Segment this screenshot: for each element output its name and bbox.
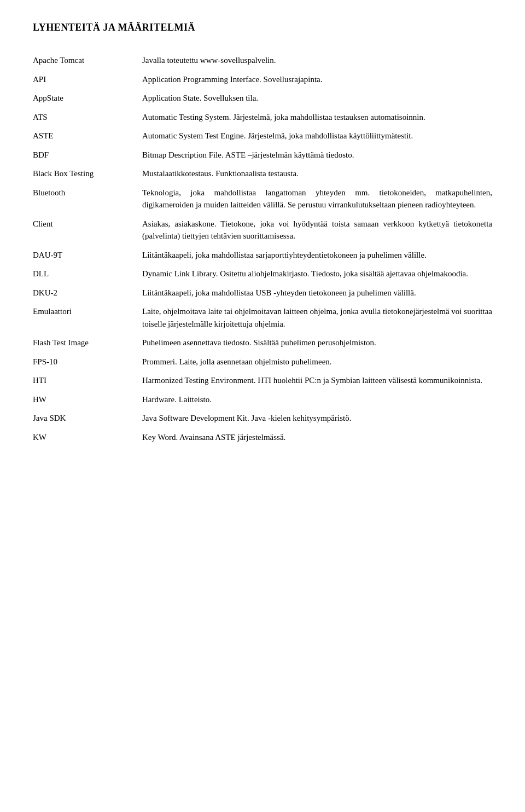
glossary-row: DLLDynamic Link Library. Ositettu aliohj…	[33, 264, 492, 283]
glossary-term: DKU-2	[33, 283, 142, 303]
glossary-definition: Harmonized Testing Environment. HTI huol…	[142, 371, 492, 390]
glossary-term: API	[33, 70, 142, 89]
glossary-row: APIApplication Programming Interface. So…	[33, 70, 492, 89]
glossary-row: AppStateApplication State. Sovelluksen t…	[33, 89, 492, 108]
glossary-term: DLL	[33, 264, 142, 283]
glossary-row: Flash Test ImagePuhelimeen asennettava t…	[33, 333, 492, 352]
glossary-row: HTIHarmonized Testing Environment. HTI h…	[33, 371, 492, 390]
glossary-definition: Key Word. Avainsana ASTE järjestelmässä.	[142, 428, 492, 447]
glossary-row: BluetoothTeknologia, joka mahdollistaa l…	[33, 183, 492, 214]
glossary-term: Client	[33, 214, 142, 246]
glossary-row: DAU-9TLiitäntäkaapeli, joka mahdollistaa…	[33, 246, 492, 265]
glossary-term: HTI	[33, 371, 142, 390]
glossary-definition: Javalla toteutettu www-sovelluspalvelin.	[142, 51, 492, 70]
glossary-table: Apache TomcatJavalla toteutettu www-sove…	[33, 51, 492, 446]
glossary-term: DAU-9T	[33, 246, 142, 265]
glossary-definition: Automatic System Test Engine. Järjestelm…	[142, 126, 492, 146]
glossary-row: HWHardware. Laitteisto.	[33, 390, 492, 409]
glossary-term: ATS	[33, 108, 142, 127]
glossary-term: KW	[33, 428, 142, 447]
page-title: LYHENTEITÄ JA MÄÄRITELMIÄ	[33, 22, 492, 33]
glossary-term: Emulaattori	[33, 302, 142, 333]
glossary-definition: Asiakas, asiakaskone. Tietokone, joka vo…	[142, 214, 492, 246]
glossary-definition: Automatic Testing System. Järjestelmä, j…	[142, 108, 492, 127]
glossary-term: ASTE	[33, 126, 142, 146]
glossary-definition: Dynamic Link Library. Ositettu aliohjelm…	[142, 264, 492, 283]
glossary-row: KWKey Word. Avainsana ASTE järjestelmäss…	[33, 428, 492, 447]
glossary-row: Apache TomcatJavalla toteutettu www-sove…	[33, 51, 492, 70]
glossary-definition: Teknologia, joka mahdollistaa langattoma…	[142, 183, 492, 214]
glossary-definition: Liitäntäkaapeli, joka mahdollistaa sarja…	[142, 246, 492, 265]
glossary-term: Black Box Testing	[33, 164, 142, 183]
glossary-row: Black Box TestingMustalaatikkotestaus. F…	[33, 164, 492, 183]
glossary-row: ASTEAutomatic System Test Engine. Järjes…	[33, 126, 492, 146]
glossary-term: Apache Tomcat	[33, 51, 142, 70]
glossary-definition: Application Programming Interface. Sovel…	[142, 70, 492, 89]
glossary-definition: Laite, ohjelmoitava laite tai ohjelmoita…	[142, 302, 492, 333]
glossary-row: DKU-2Liitäntäkaapeli, joka mahdollistaa …	[33, 283, 492, 303]
glossary-term: Flash Test Image	[33, 333, 142, 352]
glossary-row: EmulaattoriLaite, ohjelmoitava laite tai…	[33, 302, 492, 333]
glossary-definition: Bitmap Description File. ASTE –järjestel…	[142, 146, 492, 165]
glossary-definition: Puhelimeen asennettava tiedosto. Sisältä…	[142, 333, 492, 352]
glossary-row: FPS-10Prommeri. Laite, jolla asennetaan …	[33, 352, 492, 372]
glossary-definition: Java Software Development Kit. Java -kie…	[142, 409, 492, 428]
glossary-term: FPS-10	[33, 352, 142, 372]
glossary-definition: Application State. Sovelluksen tila.	[142, 89, 492, 108]
glossary-term: BDF	[33, 146, 142, 165]
glossary-definition: Prommeri. Laite, jolla asennetaan ohjelm…	[142, 352, 492, 372]
glossary-term: Java SDK	[33, 409, 142, 428]
glossary-definition: Mustalaatikkotestaus. Funktionaalista te…	[142, 164, 492, 183]
glossary-row: ATSAutomatic Testing System. Järjestelmä…	[33, 108, 492, 127]
glossary-definition: Liitäntäkaapeli, joka mahdollistaa USB -…	[142, 283, 492, 303]
glossary-row: BDFBitmap Description File. ASTE –järjes…	[33, 146, 492, 165]
glossary-row: ClientAsiakas, asiakaskone. Tietokone, j…	[33, 214, 492, 246]
glossary-definition: Hardware. Laitteisto.	[142, 390, 492, 409]
glossary-row: Java SDKJava Software Development Kit. J…	[33, 409, 492, 428]
glossary-term: AppState	[33, 89, 142, 108]
glossary-term: Bluetooth	[33, 183, 142, 214]
glossary-term: HW	[33, 390, 142, 409]
